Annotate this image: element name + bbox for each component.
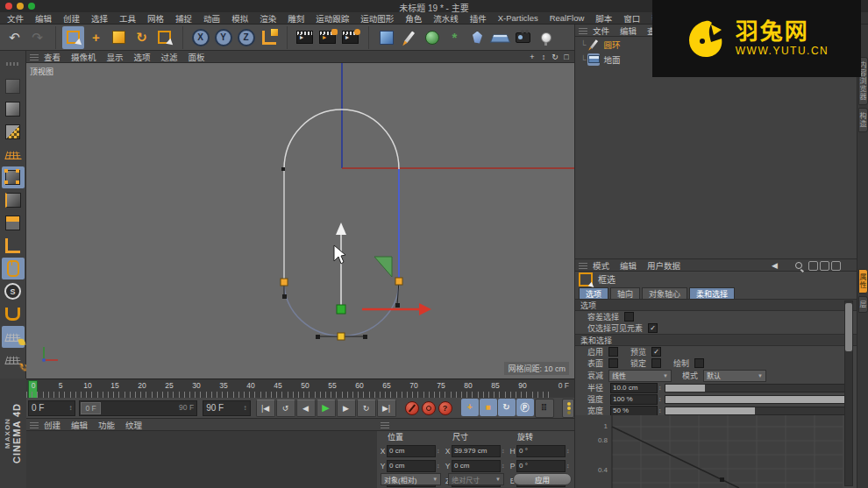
viewport-menu-选项[interactable]: 选项 [134,51,151,63]
deformer-icon[interactable]: * [444,26,466,49]
solo-button[interactable] [562,399,574,418]
slider-value-input[interactable]: 100 % [610,394,658,405]
autokey-button[interactable] [421,400,437,416]
keyframe-parameter-toggle[interactable]: Ⓟ [516,399,534,416]
dock-tab-属性[interactable]: 属性 [858,269,868,294]
attribute-menu-用户数据[interactable]: 用户数据 [647,259,680,272]
render-to-picture-icon[interactable] [317,26,338,49]
coord-system-icon[interactable] [258,26,280,49]
primitive-cube-icon[interactable] [375,26,397,49]
texture-mode-icon[interactable] [2,121,25,143]
panel-grip[interactable] [30,421,39,428]
keyframe-scale-toggle[interactable]: ■ [480,399,497,416]
gizmo-vertical-arrowhead[interactable] [336,223,346,235]
play-button[interactable]: ▶ [317,400,336,417]
apply-button[interactable]: 应用 [513,473,572,485]
value-stepper[interactable]: ↕ [502,463,505,469]
quantize-icon[interactable] [2,349,25,371]
keyframe-position-toggle[interactable]: + [461,399,479,416]
tangent-handle[interactable] [282,294,287,299]
toggle-view-icon[interactable]: □ [561,52,572,62]
attribute-tab-柔和选择[interactable]: 柔和选择 [689,287,735,299]
attribute-tab-选项[interactable]: 选项 [579,287,608,299]
undo-icon[interactable]: ↶ [4,26,25,49]
cycle-button[interactable]: ↻ [357,400,376,417]
panel-grip[interactable] [381,421,389,428]
menu-RealFlow[interactable]: RealFlow [550,13,585,23]
value-stepper[interactable]: ↕ [658,396,662,402]
new-panel-icon[interactable] [831,261,841,271]
gizmo-x-arrowhead[interactable] [419,303,431,315]
checkbox-绘制[interactable] [694,358,704,368]
dock-tab-层[interactable]: 层 [858,296,868,313]
render-settings-icon[interactable] [339,26,361,49]
spline-object-icon[interactable] [587,39,600,51]
coord-value-input[interactable]: 0 cm [387,460,436,472]
current-frame-field[interactable]: 0 F↕ [28,400,75,416]
menu-工具[interactable]: 工具 [119,12,136,25]
menu-运动图形[interactable]: 运动图形 [360,12,394,25]
tangent-handle[interactable] [395,303,400,308]
checkbox-锁定[interactable] [651,358,661,368]
search-icon[interactable] [795,262,802,269]
grip-handle[interactable] [2,53,25,74]
model-mode-icon[interactable] [2,98,25,120]
menu-动画[interactable]: 动画 [203,12,220,25]
scale-icon[interactable] [108,26,130,49]
object-name[interactable]: 圆环 [603,39,620,51]
environment-icon[interactable] [489,26,511,49]
keyframe-selection-button[interactable]: ? [438,400,453,416]
checkbox-预览[interactable]: ✓ [651,347,661,357]
goto-end-button[interactable]: ▶| [377,400,396,417]
play-backwards-button[interactable]: ↺ [276,400,295,417]
slider-value-input[interactable]: 10.0 cm [610,383,658,393]
object-menu-文件[interactable]: 文件 [593,25,609,37]
viewport-menu-面板[interactable]: 面板 [189,51,205,63]
camera-icon[interactable] [512,26,534,49]
falloff-curve-graph[interactable]: 10.80.4 [575,415,843,488]
material-menu-编辑[interactable]: 编辑 [71,419,88,431]
coord-value-input[interactable]: 0 ° [516,460,566,472]
attribute-tab-轴向[interactable]: 轴向 [610,287,640,299]
menu-文件[interactable]: 文件 [7,12,24,25]
value-stepper[interactable]: ↕ [566,463,570,469]
mode-dropdown[interactable]: 默认▼ [703,370,766,382]
menu-渲染[interactable]: 渲染 [260,12,276,25]
enable-axis-icon[interactable] [2,235,25,257]
coord-value-input[interactable]: 39.979 cm [452,445,501,457]
points-mode-icon[interactable] [2,166,25,188]
menu-创建[interactable]: 创建 [63,12,80,25]
previous-frame-button[interactable]: ◀ [296,400,316,417]
workplane-mode-icon[interactable] [2,144,25,166]
attribute-menu-模式[interactable]: 模式 [593,259,609,272]
menu-X-Particles[interactable]: X-Particles [498,13,538,23]
rotate-icon[interactable]: ↻ [131,26,153,49]
object-name[interactable]: 地面 [603,53,620,66]
viewport-menu-查看[interactable]: 查看 [44,51,60,63]
light-icon[interactable] [535,26,557,49]
zoom-view-icon[interactable]: ↕ [538,52,549,62]
dock-tab-构造[interactable]: 构造 [858,108,868,132]
field-icon[interactable] [466,26,488,49]
value-stepper[interactable]: ↕ [658,385,662,391]
viewport-menu-摄像机[interactable]: 摄像机 [71,51,96,63]
coord-value-input[interactable]: 0 ° [516,445,566,457]
generator-icon[interactable] [421,26,443,49]
slider-track[interactable] [665,384,846,393]
material-menu-创建[interactable]: 创建 [44,419,60,431]
coord-value-input[interactable]: 0 cm [387,445,436,457]
viewport-menu-过滤[interactable]: 过滤 [161,51,178,63]
attribute-menu-编辑[interactable]: 编辑 [620,259,637,272]
copy-icon[interactable] [820,261,829,271]
scrollbar-thumb[interactable] [845,303,852,351]
tangent-handle[interactable] [316,335,320,339]
make-editable-icon[interactable] [2,75,25,97]
value-stepper[interactable]: ↕ [566,448,570,454]
menu-捕捉[interactable]: 捕捉 [175,12,192,25]
menu-插件[interactable]: 插件 [470,12,487,25]
end-frame-field[interactable]: 90 F↕ [203,400,250,416]
selected-point-right[interactable] [395,278,402,285]
keyframe-rotation-toggle[interactable]: ↻ [498,399,516,416]
attribute-scrollbar[interactable] [844,301,853,486]
coord-mode-dropdown[interactable]: 对象(相对)▼ [381,473,441,485]
